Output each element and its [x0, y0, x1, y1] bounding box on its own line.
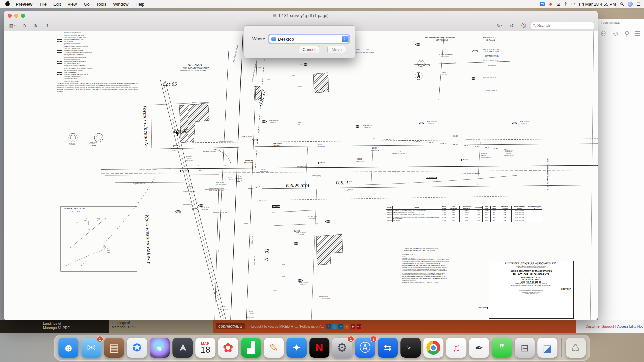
- minimize-button[interactable]: [14, 14, 18, 18]
- dock-itunes-icon[interactable]: ♫: [446, 338, 466, 358]
- certification-block: STATE OF ILLINOIS ) ) SSCOUNTY OF WILL )…: [402, 254, 479, 283]
- document-proxy-icon[interactable]: ▤: [273, 13, 276, 18]
- background-window-marengo1[interactable]: Landings of Marengo_1.PDF: [109, 320, 213, 333]
- connectmls-background-window[interactable]: | connectMLS ⚇☺⚲☰: [598, 19, 644, 320]
- siri-menu-icon[interactable]: [628, 2, 633, 7]
- menu-help[interactable]: Help: [132, 2, 148, 7]
- drawing-label: STA. 17+50.06: [299, 282, 308, 284]
- menu-window[interactable]: Window: [110, 2, 132, 7]
- facebook-icon[interactable]: f: [326, 324, 331, 329]
- dock-system-preferences-icon[interactable]: ⚙1: [332, 338, 352, 358]
- menu-bar-clock[interactable]: Fri Mar 18 4:55 PM: [579, 2, 616, 7]
- highlight-button[interactable]: Ⓐ: [519, 22, 529, 30]
- markup-button[interactable]: ✎▾: [494, 22, 504, 30]
- drawing-label: CB=S87°56'26"E: [504, 155, 514, 156]
- dock-pictures-icon[interactable]: ◪: [537, 338, 557, 358]
- dock-printer-icon[interactable]: ⊟: [515, 338, 535, 358]
- teamviewer-glyph: ⇆: [384, 342, 392, 353]
- menu-tools[interactable]: Tools: [93, 2, 110, 7]
- mls-social-icons: ftin»▶MLS: [326, 324, 361, 329]
- mls-logo[interactable]: MLS: [357, 324, 361, 329]
- drawing-label: pyl.: [298, 124, 300, 125]
- location-dropdown[interactable]: Desktop ▲▼: [269, 35, 349, 43]
- drawing-label: 16.83': [250, 313, 254, 315]
- menu-file[interactable]: File: [36, 2, 50, 7]
- share-button[interactable]: ↥: [42, 22, 52, 30]
- title-bar[interactable]: ▤ 12-31 survey1.pdf (1 page): [4, 11, 598, 20]
- zoom-out-button[interactable]: ⊖: [19, 22, 30, 30]
- wifi-status-icon[interactable]: ◠: [571, 2, 575, 7]
- dock-calendar-icon[interactable]: MAR18: [195, 338, 215, 358]
- drawing-label: STA. 20+18.00: [269, 120, 278, 121]
- color-app-status-icon[interactable]: ❖: [549, 2, 553, 7]
- twitter-icon[interactable]: t: [332, 324, 337, 329]
- drawing-label: SIGN/VENT PIPE DETAIL: [64, 208, 86, 210]
- drawing-label: 50.00' RT.: [298, 234, 304, 236]
- rss-icon[interactable]: »: [344, 324, 349, 329]
- apple-menu-icon[interactable]: [5, 2, 10, 6]
- dock-numbers-icon[interactable]: ▟: [241, 338, 261, 358]
- dock-app-store-icon[interactable]: Ⓐ2: [355, 338, 375, 358]
- dock-finder-icon[interactable]: ☻: [58, 338, 78, 358]
- bluetooth-status-icon[interactable]: ᛒ: [565, 2, 567, 7]
- teamviewer-status-icon[interactable]: ⇆: [540, 2, 545, 6]
- drawing-label: sign: [292, 75, 295, 76]
- dock-netflix-icon[interactable]: N: [309, 338, 329, 358]
- linkedin-icon[interactable]: in: [338, 324, 343, 329]
- background-window-marengo31[interactable]: Landings of Marengo 31.PDF: [0, 320, 109, 333]
- client-icon[interactable]: ☺: [612, 29, 619, 38]
- move-button[interactable]: Move: [327, 46, 346, 53]
- drawing-label: 22+00: [256, 67, 261, 69]
- dock-mail-icon[interactable]: ✉1: [81, 338, 101, 358]
- dock-safari-icon[interactable]: ✪: [127, 338, 147, 358]
- pdf-page[interactable]: PROPOSED CENTERLINEEXISTING RIGHT OF WAY…: [4, 31, 598, 320]
- drawing-label: 50.00' LT.: [270, 122, 276, 123]
- dock-contacts-icon[interactable]: ▤: [104, 338, 124, 358]
- dock-photos-icon[interactable]: ✿: [218, 338, 238, 358]
- dock-pages-icon[interactable]: ✎: [264, 338, 284, 358]
- move-dialog: Where: Desktop ▲▼ Cancel Move: [244, 25, 355, 58]
- drawing-label: L=97.38': [506, 153, 511, 154]
- customer-support-link[interactable]: Customer Support: [586, 324, 614, 328]
- drawing-label: RICHMOND TOWNSHIP: [183, 67, 209, 69]
- display-status-icon[interactable]: ⊡: [557, 2, 560, 7]
- search-listings-icon[interactable]: ⚲: [624, 29, 629, 38]
- dock-siri-icon[interactable]: ◉: [150, 338, 170, 358]
- drawing-label: 5081: [424, 64, 430, 66]
- app-menu-preview[interactable]: Preview: [14, 2, 34, 7]
- menu-edit[interactable]: Edit: [50, 2, 64, 7]
- dock-terminal-icon[interactable]: >_: [400, 338, 421, 358]
- dock-trash-icon[interactable]: ♺: [566, 338, 586, 358]
- drawing-label: S89°50'56"E: [488, 65, 496, 66]
- rotate-button[interactable]: ↺: [506, 22, 517, 30]
- dock-keynote-icon[interactable]: ✦: [286, 338, 307, 358]
- dock-launchpad-icon[interactable]: ➤: [172, 338, 193, 358]
- file-label: Landings of: [43, 321, 109, 326]
- dock-text-editor-icon[interactable]: ✒: [469, 338, 489, 358]
- dock-messages-icon[interactable]: ❞: [492, 338, 512, 358]
- close-button[interactable]: [8, 14, 12, 18]
- menu-go[interactable]: Go: [80, 2, 93, 7]
- dock-teamviewer-icon[interactable]: ⇆: [378, 338, 398, 358]
- dock-chrome-icon[interactable]: [423, 338, 443, 358]
- zoom-button[interactable]: [21, 14, 25, 18]
- cancel-button[interactable]: Cancel: [299, 46, 319, 53]
- search-field[interactable]: ⚲: [531, 22, 594, 29]
- pdf-scroll-area[interactable]: PROPOSED CENTERLINEEXISTING RIGHT OF WAY…: [4, 31, 598, 320]
- drawing-label: Lot 65: [163, 82, 177, 87]
- menu-icon[interactable]: ☰: [635, 29, 641, 38]
- spotlight-icon[interactable]: ⚲: [619, 1, 625, 7]
- drawing-label: 5083: [472, 50, 478, 52]
- drawing-label: 5032: [198, 204, 204, 207]
- agents-icon[interactable]: ⚇: [601, 29, 607, 38]
- sidebar-view-button[interactable]: ▥▾: [7, 22, 17, 30]
- zoom-in-button[interactable]: ⊕: [30, 22, 40, 30]
- accessibility-link[interactable]: Accessibility Not: [617, 324, 643, 328]
- connectmls-banner[interactable]: connectMLS ... brought to you by MRED ✱ …: [213, 320, 576, 333]
- drawing-label: 130.00': [372, 148, 377, 149]
- folder-icon: [271, 37, 276, 41]
- search-input[interactable]: [537, 23, 592, 28]
- menu-view[interactable]: View: [64, 2, 80, 7]
- youtube-icon[interactable]: ▶: [351, 324, 355, 329]
- notification-center-icon[interactable]: ☰: [637, 2, 641, 7]
